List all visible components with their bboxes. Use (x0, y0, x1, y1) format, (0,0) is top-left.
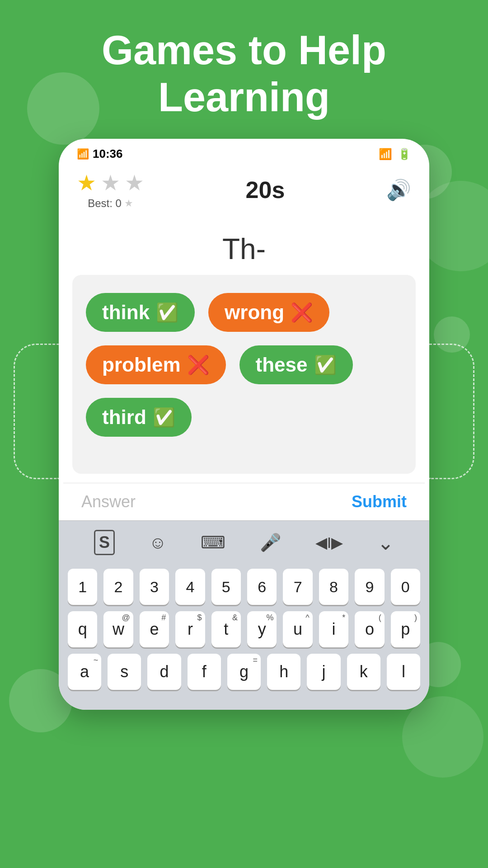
header-line1: Games to Help (102, 28, 386, 73)
status-time: 10:36 (93, 147, 123, 161)
wrong-icon-wrong: ❌ (291, 302, 313, 323)
key-9[interactable]: 9 (355, 569, 384, 605)
words-row-0: think ✅ wrong ❌ (86, 293, 402, 332)
key-3[interactable]: 3 (140, 569, 169, 605)
timer-display: 20s (246, 176, 285, 203)
key-d[interactable]: d (147, 654, 181, 690)
star-3: ★ (125, 170, 144, 195)
keyboard-row2: ~a s d f =g h j k l (68, 654, 420, 690)
key-o[interactable]: (o (355, 611, 384, 647)
key-6[interactable]: 6 (247, 569, 277, 605)
correct-icon-third: ✅ (153, 407, 175, 428)
battery-icon: 🔋 (398, 148, 411, 160)
swype-icon[interactable]: S (94, 530, 115, 555)
submit-button[interactable]: Submit (352, 492, 407, 511)
key-r[interactable]: $r (175, 611, 205, 647)
key-h[interactable]: h (267, 654, 300, 690)
status-bar: 📶 10:36 📶 🔋 (59, 139, 429, 165)
word-chip-think[interactable]: think ✅ (86, 293, 195, 332)
key-k[interactable]: k (347, 654, 380, 690)
sound-button[interactable]: 🔊 (386, 178, 411, 202)
key-i[interactable]: *i (319, 611, 348, 647)
top-bar: ★ ★ ★ Best: 0 ★ 20s 🔊 (59, 165, 429, 219)
correct-icon-these: ✅ (314, 354, 337, 376)
answer-bar: Answer Submit (63, 483, 425, 520)
status-left: 📶 10:36 (77, 147, 123, 161)
stars-row: ★ ★ ★ (77, 170, 144, 195)
header-line2: Learning (158, 75, 330, 120)
key-w[interactable]: @w (103, 611, 133, 647)
status-right: 📶 🔋 (379, 148, 411, 160)
word-chip-wrong[interactable]: wrong ❌ (208, 293, 329, 332)
key-f[interactable]: f (188, 654, 221, 690)
stars-section: ★ ★ ★ Best: 0 ★ (77, 170, 144, 210)
star-2: ★ (101, 170, 120, 195)
word-text-problem: problem (102, 354, 181, 376)
emoji-icon[interactable]: ☺ (149, 533, 167, 552)
key-8[interactable]: 8 (319, 569, 348, 605)
words-row-2: third ✅ (86, 398, 402, 437)
key-e[interactable]: #e (140, 611, 169, 647)
star-1: ★ (77, 170, 96, 195)
key-0[interactable]: 0 (391, 569, 420, 605)
wrong-icon-problem: ❌ (187, 354, 210, 376)
correct-icon-think: ✅ (156, 302, 178, 323)
key-g[interactable]: =g (227, 654, 261, 690)
mic-icon[interactable]: 🎤 (260, 533, 281, 552)
chevron-down-icon[interactable]: ⌄ (377, 531, 394, 554)
word-prompt: Th- (59, 219, 429, 275)
key-s[interactable]: s (108, 654, 141, 690)
word-text-third: third (102, 406, 146, 429)
key-y[interactable]: %y (247, 611, 277, 647)
key-7[interactable]: 7 (283, 569, 312, 605)
key-5[interactable]: 5 (211, 569, 241, 605)
words-row-1: problem ❌ these ✅ (86, 345, 402, 384)
word-chip-problem[interactable]: problem ❌ (86, 345, 226, 384)
signal-icon: 📶 (77, 148, 89, 160)
word-text-these: these (256, 354, 308, 376)
wifi-icon: 📶 (379, 148, 392, 160)
phone-mockup: 📶 10:36 📶 🔋 ★ ★ ★ Best: 0 ★ 20s 🔊 Th- (59, 139, 429, 710)
key-4[interactable]: 4 (175, 569, 205, 605)
key-l[interactable]: l (387, 654, 420, 690)
cursor-icon[interactable]: ◀I▶ (315, 533, 343, 552)
key-t[interactable]: &t (211, 611, 241, 647)
best-star-icon: ★ (124, 198, 133, 209)
keyboard: 1 2 3 4 5 6 7 8 9 0 q @w #e $r &t %y ^u … (59, 564, 429, 710)
key-p[interactable]: )p (391, 611, 420, 647)
key-q[interactable]: q (68, 611, 97, 647)
deco-left (14, 344, 59, 479)
word-chip-these[interactable]: these ✅ (239, 345, 353, 384)
key-u[interactable]: ^u (283, 611, 312, 647)
deco-right (429, 344, 474, 479)
word-chip-third[interactable]: third ✅ (86, 398, 192, 437)
best-label: Best: 0 ★ (88, 197, 133, 210)
keyboard-row1: q @w #e $r &t %y ^u *i (o )p (68, 611, 420, 647)
word-text-wrong: wrong (225, 301, 284, 324)
key-j[interactable]: j (307, 654, 340, 690)
key-1[interactable]: 1 (68, 569, 97, 605)
key-a[interactable]: ~a (68, 654, 101, 690)
words-area: think ✅ wrong ❌ problem ❌ these ✅ third … (72, 275, 416, 474)
key-2[interactable]: 2 (103, 569, 133, 605)
keyboard-number-row: 1 2 3 4 5 6 7 8 9 0 (68, 569, 420, 605)
word-text-think: think (102, 301, 150, 324)
keyboard-icon[interactable]: ⌨ (201, 533, 225, 552)
answer-placeholder[interactable]: Answer (81, 492, 352, 511)
best-text: Best: 0 (88, 197, 122, 210)
keyboard-toolbar: S ☺ ⌨ 🎤 ◀I▶ ⌄ (59, 520, 429, 564)
